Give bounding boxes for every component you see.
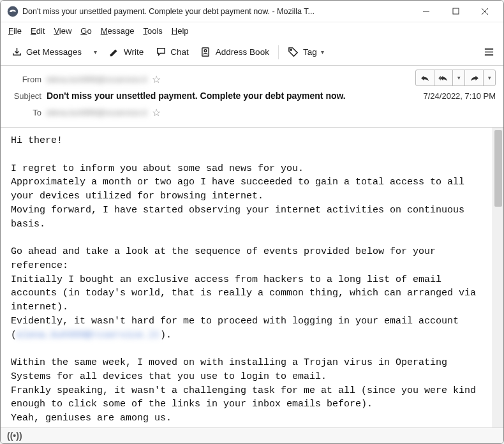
body-paragraph-2a: Go ahead and take a look at the sequence… xyxy=(11,246,482,341)
reply-all-dropdown[interactable]: ▾ xyxy=(452,70,465,86)
chevron-down-icon: ▾ xyxy=(321,48,324,56)
get-messages-label: Get Messages xyxy=(26,47,82,57)
timestamp: 7/24/2022, 7:10 PM xyxy=(424,91,496,101)
reply-button[interactable] xyxy=(415,70,434,86)
hamburger-icon xyxy=(484,47,494,58)
to-value[interactable]: elena.buh999@ncservice.lt xyxy=(47,108,147,117)
tag-icon xyxy=(288,47,299,58)
forward-button[interactable] xyxy=(464,70,484,86)
body-paragraph-3: Within the same week, I moved on with in… xyxy=(11,357,482,424)
get-messages-dropdown[interactable]: ▾ xyxy=(88,43,102,62)
menubar: File Edit View Go Message Tools Help xyxy=(1,22,503,39)
message-body[interactable]: Hi there! I regret to inform you about s… xyxy=(1,128,503,430)
from-label: From xyxy=(6,75,41,84)
close-button[interactable] xyxy=(470,1,500,22)
scrollbar-thumb[interactable] xyxy=(494,130,502,207)
message-header: ▾ ▾ From elena.buh999@ncservice.lt ☆ Sub… xyxy=(1,66,503,128)
message-action-buttons: ▾ ▾ xyxy=(416,70,496,86)
tag-button[interactable]: Tag ▾ xyxy=(283,43,329,62)
chevron-down-icon: ▾ xyxy=(94,48,97,56)
app-menu-button[interactable] xyxy=(479,43,498,62)
chat-button[interactable]: Chat xyxy=(150,43,194,62)
to-label: To xyxy=(6,108,41,117)
subject-value: Don't miss your unsettled payment. Compl… xyxy=(47,91,419,101)
body-redacted-email: elena.buh999@rcservice.lt xyxy=(17,330,160,341)
address-book-label: Address Book xyxy=(216,47,269,57)
menu-edit[interactable]: Edit xyxy=(27,25,48,37)
activity-icon[interactable]: ((•)) xyxy=(7,431,22,441)
menu-go[interactable]: Go xyxy=(77,25,95,37)
titlebar: Don't miss your unsettled payment. Compl… xyxy=(1,1,503,22)
address-book-icon xyxy=(200,47,212,58)
address-book-button[interactable]: Address Book xyxy=(195,43,274,62)
thunderbird-icon xyxy=(7,6,19,17)
body-greeting: Hi there! xyxy=(11,135,63,146)
statusbar: ((•)) xyxy=(1,427,503,443)
toolbar: Get Messages ▾ Write Chat Address Book T… xyxy=(1,39,503,66)
menu-help[interactable]: Help xyxy=(168,25,193,37)
reply-all-button[interactable] xyxy=(434,70,453,86)
pencil-icon xyxy=(108,47,120,58)
contact-star-to[interactable]: ☆ xyxy=(152,107,161,119)
more-actions-dropdown[interactable]: ▾ xyxy=(483,70,496,86)
tag-label: Tag xyxy=(303,47,317,57)
chat-icon xyxy=(155,47,167,58)
download-icon xyxy=(11,47,22,58)
body-paragraph-1: I regret to inform you about some sad ne… xyxy=(11,163,470,230)
message-body-container: Hi there! I regret to inform you about s… xyxy=(1,128,503,430)
subject-label: Subject xyxy=(6,91,41,101)
svg-point-7 xyxy=(291,49,292,50)
scrollbar-track[interactable] xyxy=(493,128,503,430)
body-paragraph-2b: ). xyxy=(160,330,172,341)
menu-file[interactable]: File xyxy=(4,25,26,37)
toolbar-separator xyxy=(278,45,279,59)
menu-view[interactable]: View xyxy=(50,25,75,37)
svg-rect-2 xyxy=(453,8,459,14)
minimize-button[interactable] xyxy=(411,1,441,22)
menu-tools[interactable]: Tools xyxy=(139,25,166,37)
chat-label: Chat xyxy=(170,47,189,57)
write-label: Write xyxy=(124,47,144,57)
get-messages-button[interactable]: Get Messages xyxy=(6,43,87,62)
svg-point-6 xyxy=(204,50,207,52)
maximize-button[interactable] xyxy=(441,1,470,22)
menu-message[interactable]: Message xyxy=(97,25,138,37)
from-value[interactable]: elena.buh999@ncservice.lt xyxy=(47,75,147,84)
write-button[interactable]: Write xyxy=(103,43,149,62)
window-title: Don't miss your unsettled payment. Compl… xyxy=(22,7,411,16)
contact-star-from[interactable]: ☆ xyxy=(152,73,161,85)
svg-point-0 xyxy=(8,6,19,17)
